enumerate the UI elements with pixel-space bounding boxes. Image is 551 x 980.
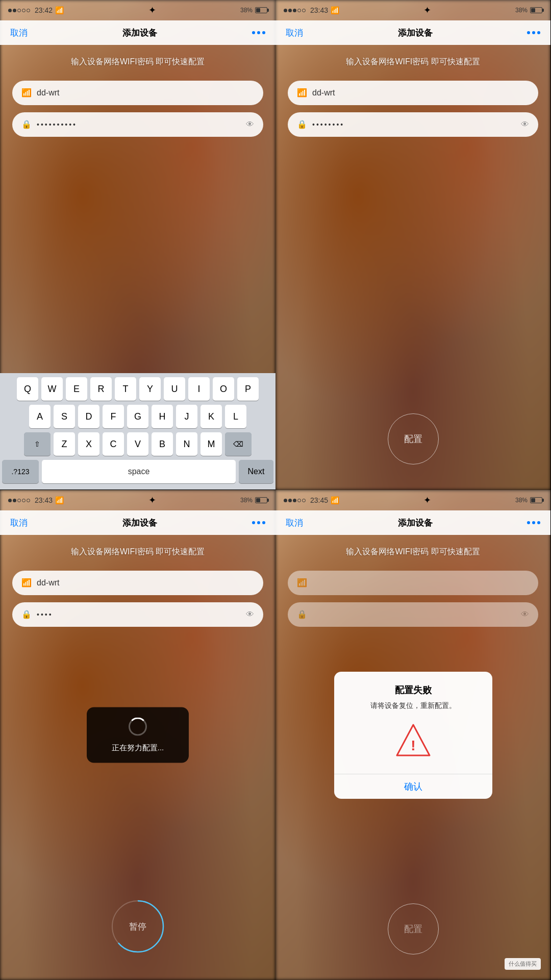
- key-j[interactable]: J: [176, 405, 197, 428]
- key-c[interactable]: C: [103, 432, 124, 456]
- wifi-field-1[interactable]: 📶 dd-wrt: [12, 81, 263, 105]
- key-b[interactable]: B: [152, 432, 173, 456]
- wifi-field-2[interactable]: 📶 dd-wrt: [288, 81, 538, 105]
- cancel-button-1[interactable]: 取消: [10, 27, 28, 39]
- alert-message: 请将设备复位，重新配置。: [344, 701, 482, 710]
- key-p[interactable]: P: [237, 377, 259, 401]
- alert-title: 配置失败: [344, 684, 482, 696]
- time-2: 23:43: [310, 6, 328, 14]
- status-left-1: 23:42 📶: [8, 6, 64, 14]
- battery-bar-1: [255, 7, 267, 13]
- wifi-value-2: dd-wrt: [312, 88, 529, 97]
- watermark: 什么值得买: [505, 958, 541, 970]
- jordan-logo-1: ✦: [148, 5, 156, 16]
- key-d[interactable]: D: [78, 405, 99, 428]
- key-k[interactable]: K: [201, 405, 222, 428]
- jordan-logo-2: ✦: [423, 5, 431, 16]
- alert-dialog: 配置失败 请将设备复位，重新配置。 ! 确认: [334, 672, 492, 799]
- key-y[interactable]: Y: [139, 377, 161, 401]
- wifi-value-1: dd-wrt: [37, 88, 254, 97]
- key-q[interactable]: Q: [17, 377, 38, 401]
- status-right-3: 38%: [240, 497, 267, 504]
- key-m[interactable]: M: [201, 432, 222, 456]
- key-num[interactable]: .?123: [2, 460, 39, 483]
- keyboard-row-4: .?123 space Next: [2, 460, 273, 483]
- wifi-field-3[interactable]: 📶 dd-wrt: [12, 571, 263, 595]
- keyboard-row-2: A S D F G H J K L: [2, 405, 273, 428]
- key-f[interactable]: F: [103, 405, 124, 428]
- key-r[interactable]: R: [90, 377, 112, 401]
- status-right-1: 38%: [240, 7, 267, 14]
- battery-pct-3: 38%: [240, 497, 253, 504]
- signal-2: [284, 9, 306, 12]
- wifi-value-3: dd-wrt: [37, 578, 254, 587]
- panel-3: 23:43 📶 ✦ 38% 取消 添加设备 输入设备网络WIFI密码 即可快速配…: [0, 490, 276, 980]
- key-e[interactable]: E: [66, 377, 87, 401]
- nav-title-1: 添加设备: [122, 27, 157, 39]
- key-space[interactable]: space: [42, 460, 236, 483]
- key-a[interactable]: A: [29, 405, 51, 428]
- nav-bar-3: 取消 添加设备: [0, 510, 276, 535]
- wifi-icon-1: 📶: [55, 6, 64, 14]
- keyboard-1: Q W E R T Y U I O P A S D F G H J K L ⇧ …: [0, 373, 276, 489]
- spinner: [129, 718, 147, 736]
- lock-icon-2: 🔒: [297, 119, 307, 129]
- instruction-2: 输入设备网络WIFI密码 即可快速配置: [346, 55, 480, 68]
- key-l[interactable]: L: [225, 405, 246, 428]
- password-field-2[interactable]: 🔒 •••••••• 👁: [288, 112, 538, 137]
- jordan-logo-3: ✦: [148, 495, 156, 506]
- key-z[interactable]: Z: [54, 432, 75, 456]
- key-x[interactable]: X: [78, 432, 99, 456]
- key-shift[interactable]: ⇧: [24, 432, 51, 456]
- key-i[interactable]: I: [188, 377, 210, 401]
- nav-bar-1: 取消 添加设备: [0, 20, 276, 45]
- eye-icon-1[interactable]: 👁: [246, 120, 254, 129]
- signal-3: [8, 499, 30, 502]
- panel-1: 23:42 📶 ✦ 38% 取消 添加设备 输入设备网络WIFI密码 即可快速配…: [0, 0, 276, 490]
- nav-title-3: 添加设备: [122, 517, 157, 529]
- cancel-button-2[interactable]: 取消: [286, 27, 303, 39]
- cancel-button-3[interactable]: 取消: [10, 517, 28, 529]
- key-s[interactable]: S: [54, 405, 75, 428]
- wifi-field-icon-2: 📶: [297, 88, 307, 97]
- keyboard-row-3: ⇧ Z X C V B N M ⌫: [2, 432, 273, 456]
- key-delete[interactable]: ⌫: [225, 432, 252, 456]
- next-button[interactable]: Next: [239, 460, 273, 483]
- wifi-field-icon-3: 📶: [21, 578, 32, 587]
- password-value-3: ••••: [37, 610, 241, 619]
- nav-dots-3: [252, 521, 265, 524]
- key-h[interactable]: H: [152, 405, 173, 428]
- keyboard-row-1: Q W E R T Y U I O P: [2, 377, 273, 401]
- key-g[interactable]: G: [127, 405, 148, 428]
- instruction-1: 输入设备网络WIFI密码 即可快速配置: [71, 55, 205, 68]
- warning-icon: !: [393, 721, 434, 762]
- password-field-1[interactable]: 🔒 •••••••••• 👁: [12, 112, 263, 137]
- svg-text:!: !: [411, 738, 415, 753]
- eye-icon-3[interactable]: 👁: [246, 610, 254, 619]
- password-value-2: ••••••••: [312, 120, 516, 129]
- key-v[interactable]: V: [127, 432, 148, 456]
- pause-button[interactable]: 暂停: [110, 898, 166, 954]
- time-3: 23:43: [35, 496, 53, 504]
- battery-bar-2: [530, 7, 542, 13]
- status-bar-2: 23:43 📶 ✦ 38%: [276, 0, 550, 20]
- pause-container: 暂停: [110, 898, 166, 954]
- key-u[interactable]: U: [164, 377, 185, 401]
- alert-body: 配置失败 请将设备复位，重新配置。 !: [334, 672, 492, 774]
- eye-icon-2[interactable]: 👁: [521, 120, 529, 129]
- wifi-icon-3: 📶: [55, 496, 64, 504]
- confirm-button[interactable]: 确认: [334, 774, 492, 799]
- configure-button-2[interactable]: 配置: [388, 413, 439, 464]
- time-1: 23:42: [35, 6, 53, 14]
- nav-dots-1: [252, 31, 265, 34]
- alert-overlay: 配置失败 请将设备复位，重新配置。 ! 确认: [276, 490, 550, 980]
- key-n[interactable]: N: [176, 432, 197, 456]
- key-o[interactable]: O: [213, 377, 234, 401]
- lock-icon-1: 🔒: [21, 119, 32, 129]
- password-field-3[interactable]: 🔒 •••• 👁: [12, 602, 263, 627]
- key-w[interactable]: W: [41, 377, 63, 401]
- status-right-2: 38%: [515, 7, 542, 14]
- status-bar-3: 23:43 📶 ✦ 38%: [0, 490, 276, 510]
- key-t[interactable]: T: [115, 377, 136, 401]
- wifi-field-icon-1: 📶: [21, 88, 32, 97]
